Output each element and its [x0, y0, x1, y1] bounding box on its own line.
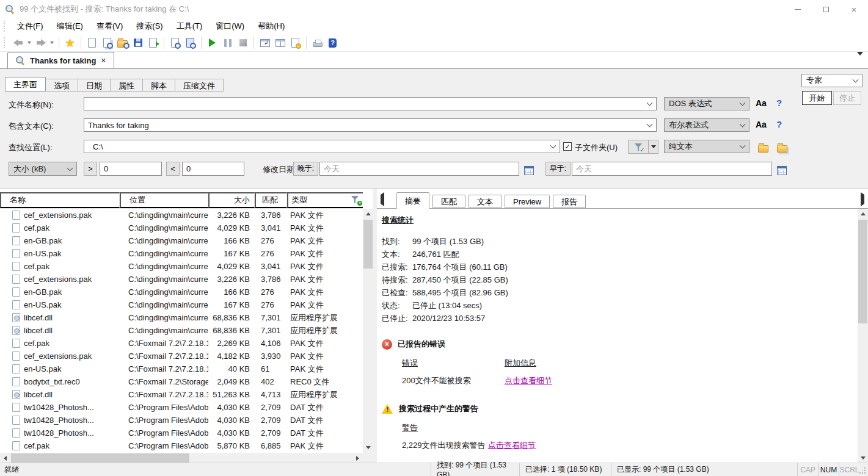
scroll-thumb[interactable]: [858, 220, 867, 323]
tab-dates[interactable]: 日期: [78, 79, 111, 92]
tab-close-button[interactable]: ×: [101, 56, 106, 65]
table-row[interactable]: libcef.dll C:\dingding\main\current\ 68,…: [0, 311, 363, 324]
table-row[interactable]: cef.pak C:\Program Files\Adobe\Adob... 5…: [0, 439, 363, 452]
save-results-button[interactable]: [130, 35, 145, 50]
file-name-input[interactable]: [84, 98, 645, 110]
menu-tools[interactable]: 工具(T): [170, 20, 210, 33]
date-before-input[interactable]: [572, 162, 771, 175]
size-less-button[interactable]: <: [166, 162, 180, 176]
export-results-button[interactable]: [145, 35, 161, 50]
tab-archives[interactable]: 压缩文件: [175, 79, 224, 92]
start-search-button[interactable]: [205, 35, 220, 50]
forward-button[interactable]: [33, 35, 48, 50]
column-header-location[interactable]: 位置: [120, 192, 208, 208]
date-before-calendar-button[interactable]: [774, 163, 789, 178]
date-after-button[interactable]: 晚于:: [293, 162, 318, 176]
table-row[interactable]: tw10428_Photosh... C:\Program Files\Adob…: [0, 401, 363, 414]
containing-text-input[interactable]: [84, 119, 645, 131]
menu-edit[interactable]: 编辑(E): [50, 20, 90, 33]
column-header-name[interactable]: 名称: [0, 192, 120, 208]
warning-details-link[interactable]: 点击查看细节: [488, 440, 536, 451]
view-preview-button[interactable]: [183, 35, 198, 50]
file-name-match-case-button[interactable]: Aa: [756, 98, 767, 108]
stop-button[interactable]: 停止: [833, 91, 861, 105]
column-header-matches[interactable]: 匹配: [255, 192, 287, 208]
scroll-thumb[interactable]: [363, 220, 373, 269]
resize-grip[interactable]: [859, 463, 868, 476]
table-row[interactable]: tw10428_Photosh... C:\Program Files\Adob…: [0, 414, 363, 427]
forward-history-button[interactable]: [48, 35, 56, 50]
tabs-scroll-left-button[interactable]: [381, 195, 384, 204]
table-row[interactable]: tw10428_Photosh... C:\Program Files\Adob…: [0, 427, 363, 439]
start-button[interactable]: 开始: [802, 91, 832, 105]
table-row[interactable]: en-GB.pak C:\dingding\main\current\local…: [0, 234, 363, 247]
table-row[interactable]: en-GB.pak C:\dingding\main\current_new..…: [0, 286, 363, 298]
scroll-down-button[interactable]: [363, 442, 373, 453]
filter-split-button[interactable]: ✓: [628, 140, 658, 154]
tab-attributes[interactable]: 属性: [111, 79, 143, 92]
tab-report[interactable]: 报告: [553, 195, 586, 208]
look-in-input[interactable]: [84, 140, 549, 153]
tab-summary[interactable]: 摘要: [396, 192, 429, 209]
menu-search[interactable]: 搜索(S): [129, 20, 169, 33]
tab-preview[interactable]: Preview: [505, 195, 550, 208]
split-view-button[interactable]: [272, 35, 288, 50]
table-row[interactable]: cef_extensions.pak C:\dingding\main\curr…: [0, 209, 363, 222]
table-row[interactable]: cef.pak C:\Foxmail 7.2\7.2.18.111\cef3\ …: [0, 337, 363, 350]
new-window-button[interactable]: [257, 35, 272, 50]
table-row[interactable]: cef_extensions.pak C:\Foxmail 7.2\7.2.18…: [0, 350, 363, 362]
table-row[interactable]: en-US.pak C:\dingding\main\current_new..…: [0, 298, 363, 311]
table-row[interactable]: en-US.pak C:\dingding\main\current\local…: [0, 247, 363, 260]
column-header-size[interactable]: 大小: [208, 192, 255, 208]
table-row[interactable]: bodytxt_txt.rec0 C:\Foxmail 7.2\Storage\…: [0, 375, 363, 388]
text-expression-select[interactable]: 布尔表达式: [664, 118, 749, 132]
scroll-right-button[interactable]: [352, 453, 363, 463]
maximize-button[interactable]: [812, 0, 840, 18]
scroll-down-button[interactable]: [858, 453, 868, 463]
subfolders-label[interactable]: 子文件夹(U): [575, 142, 618, 153]
table-row[interactable]: cef.pak C:\dingding\main\current\ 4,029 …: [0, 222, 363, 234]
close-button[interactable]: ×: [840, 0, 868, 18]
document-tab[interactable]: Thanks for taking ×: [7, 52, 114, 68]
back-history-button[interactable]: [26, 35, 33, 50]
tab-text[interactable]: 文本: [469, 195, 501, 208]
location-type-select[interactable]: 纯文本: [664, 140, 749, 153]
table-row[interactable]: cef.pak C:\dingding\main\current_new\ 4,…: [0, 260, 363, 273]
menu-help[interactable]: 帮助(H): [251, 20, 291, 33]
menu-view[interactable]: 查看(V): [90, 20, 129, 33]
duplicate-search-button[interactable]: [100, 35, 115, 50]
table-row[interactable]: libcef.dll C:\dingding\main\current_new\…: [0, 324, 363, 337]
tab-matches[interactable]: 匹配: [432, 195, 465, 208]
results-filter-icon[interactable]: +: [351, 195, 360, 204]
scroll-up-button[interactable]: [363, 209, 373, 219]
back-button[interactable]: [10, 35, 26, 50]
tab-options[interactable]: 选项: [46, 79, 78, 92]
table-row[interactable]: cef_extensions.pak C:\dingding\main\curr…: [0, 273, 363, 286]
scroll-left-button[interactable]: [0, 453, 10, 463]
size-greater-button[interactable]: >: [84, 162, 97, 176]
file-name-expression-select[interactable]: DOS 表达式: [664, 97, 749, 110]
favorites-button[interactable]: ★: [62, 35, 78, 50]
menu-window[interactable]: 窗口(W): [209, 20, 251, 33]
table-row[interactable]: en-US.pak C:\Foxmail 7.2\7.2.18.111\cef3…: [0, 362, 363, 375]
date-before-button[interactable]: 早于:: [545, 162, 571, 176]
file-name-help-button[interactable]: ?: [776, 98, 782, 108]
size-unit-select[interactable]: 大小 (kB): [9, 162, 77, 176]
print-button[interactable]: [310, 35, 325, 50]
error-details-link[interactable]: 点击查看细节: [505, 375, 552, 386]
browse-folder-button[interactable]: [756, 140, 771, 155]
tabs-scroll-right-button[interactable]: [861, 195, 864, 204]
help-button[interactable]: ?: [325, 35, 340, 50]
open-search-button[interactable]: [115, 35, 130, 50]
menu-file[interactable]: 文件(F): [10, 20, 50, 33]
minimize-button[interactable]: [784, 0, 812, 18]
scroll-thumb[interactable]: [11, 453, 189, 463]
tab-scripts[interactable]: 脚本: [143, 79, 175, 92]
tab-main[interactable]: 主界面: [5, 77, 46, 92]
report-options-button[interactable]: [288, 35, 303, 50]
date-after-input[interactable]: [320, 162, 519, 175]
mode-select[interactable]: 专家: [801, 74, 863, 87]
view-text-button[interactable]: [167, 35, 183, 50]
stop-search-button[interactable]: [235, 35, 250, 50]
table-row[interactable]: libcef.dll C:\Foxmail 7.2\7.2.18.111\cef…: [0, 388, 363, 401]
